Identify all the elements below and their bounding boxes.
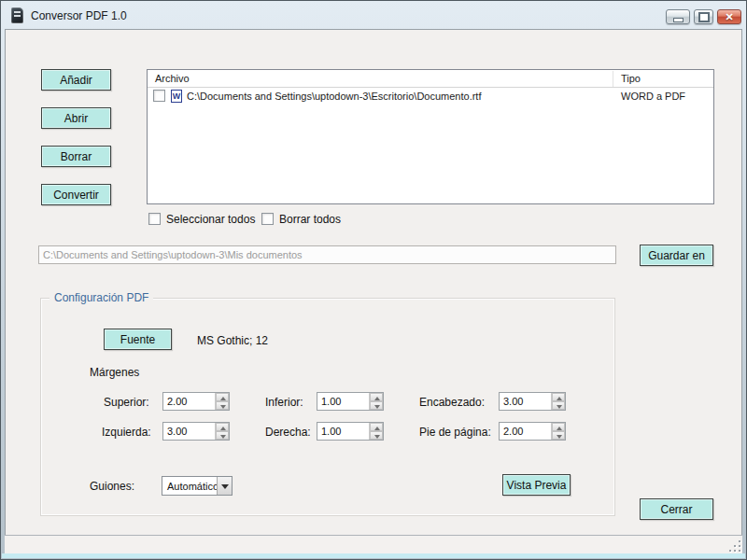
hyphens-label: Guiones: [90,480,134,493]
spinner-arrows [551,393,565,410]
margin-top-label: Superior: [104,396,149,409]
margin-left-label: Izquierda: [102,426,151,439]
font-button[interactable]: Fuente [104,329,172,350]
window-title: Conversor PDF 1.0 [31,9,127,22]
file-type-cell: WORD a PDF [621,91,685,102]
spinner-arrows [215,393,229,410]
preview-button[interactable]: Vista Previa [502,474,571,496]
spin-up-icon[interactable] [216,423,229,431]
select-all-label: Seleccionar todos [166,213,255,226]
minimize-icon [667,10,689,23]
title-bar[interactable]: Conversor PDF 1.0 ✕ [2,2,745,29]
status-bar [5,535,742,553]
spin-up-icon[interactable] [552,423,565,431]
spin-up-icon[interactable] [552,393,565,401]
file-path-cell: C:\Documents and Settings\uptodown-3\Esc… [187,91,481,102]
spin-down-icon[interactable] [370,401,383,410]
output-path-input[interactable] [38,245,616,264]
spin-up-icon[interactable] [370,423,383,431]
spin-down-icon[interactable] [370,431,383,440]
margin-bottom-label: Inferior: [265,396,303,409]
hyphens-dropdown[interactable]: Automático [162,476,233,496]
font-value-label: MS Gothic; 12 [197,334,268,347]
file-list[interactable]: Archivo Tipo W C:\Documents and Settings… [147,69,714,204]
margin-bottom-spinner[interactable]: 1.00 [317,392,384,411]
maximize-button[interactable] [694,9,713,24]
app-window: Conversor PDF 1.0 ✕ Añadir Abrir Borrar … [0,0,747,560]
file-row-checkbox[interactable] [153,90,165,102]
select-all-checkbox[interactable] [148,213,161,225]
app-icon [11,7,23,23]
resize-grip-icon[interactable] [728,539,740,552]
footer-margin-value: 2.00 [503,426,523,437]
chevron-down-icon[interactable] [217,477,232,495]
minimize-button[interactable] [666,9,690,24]
spinner-arrows [551,423,565,440]
open-button[interactable]: Abrir [41,107,111,129]
header-margin-label: Encabezado: [419,396,485,409]
spinner-arrows [369,423,383,440]
column-header-tipo[interactable]: Tipo [621,73,641,84]
spin-down-icon[interactable] [216,401,229,410]
header-margin-spinner[interactable]: 3.00 [499,392,566,411]
margin-bottom-value: 1.00 [321,396,341,407]
margin-right-label: Derecha: [265,426,311,439]
spin-down-icon[interactable] [552,401,565,410]
close-icon: ✕ [718,10,740,23]
delete-button[interactable]: Borrar [41,146,111,167]
spinner-arrows [215,423,229,440]
maximize-icon [695,10,712,23]
column-separator[interactable] [613,71,613,87]
spin-down-icon[interactable] [552,431,565,440]
save-to-button[interactable]: Guardar en [640,245,713,266]
clear-all-checkbox[interactable] [261,213,274,225]
margin-top-value: 2.00 [167,396,187,407]
hyphens-selected-value: Automático [167,481,218,492]
spinner-arrows [369,393,383,410]
margin-left-spinner[interactable]: 3.00 [162,422,230,441]
spin-down-icon[interactable] [216,431,229,440]
margin-right-spinner[interactable]: 1.00 [317,422,384,441]
close-window-button[interactable]: ✕ [717,9,741,24]
file-row[interactable]: W C:\Documents and Settings\uptodown-3\E… [148,88,713,105]
footer-margin-label: Pie de página: [419,426,491,439]
window-bottom-border [2,553,745,558]
file-list-header[interactable]: Archivo Tipo [148,70,713,88]
margin-right-value: 1.00 [321,426,341,437]
clear-all-label: Borrar todos [279,213,341,226]
margin-left-value: 3.00 [167,426,187,437]
close-button[interactable]: Cerrar [640,498,713,520]
footer-margin-spinner[interactable]: 2.00 [499,422,566,441]
spin-up-icon[interactable] [370,393,383,401]
spin-up-icon[interactable] [216,393,229,401]
pdf-config-title: Configuración PDF [49,291,153,304]
column-header-archivo[interactable]: Archivo [155,73,190,84]
header-margin-value: 3.00 [503,396,523,407]
margins-label: Márgenes [90,366,139,379]
margin-top-spinner[interactable]: 2.00 [162,392,230,411]
word-document-icon: W [171,90,182,103]
convert-button[interactable]: Convertir [41,184,111,205]
add-button[interactable]: Añadir [41,69,111,91]
